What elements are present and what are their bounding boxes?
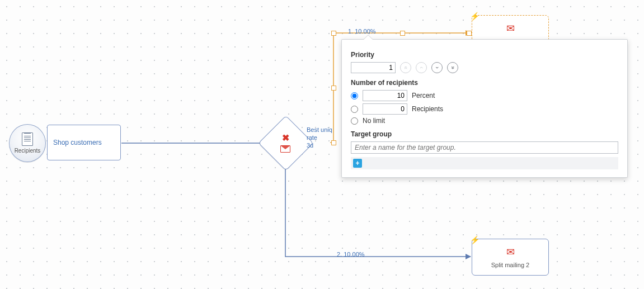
number-of-recipients-label: Number of recipients bbox=[351, 79, 618, 87]
workflow-canvas[interactable]: 1. 10.00% 2. 10.00% Recipients Shop cust… bbox=[0, 0, 644, 289]
target-group-label: Target group bbox=[351, 130, 618, 138]
percent-text: Percent bbox=[412, 92, 435, 100]
split-mailing-2-node[interactable]: ⚡ ✉ Split mailing 2 bbox=[472, 239, 549, 276]
nolimit-radio[interactable] bbox=[351, 117, 358, 125]
shuffle-icon: ✖ bbox=[282, 132, 289, 143]
envelope-icon: ✉ bbox=[506, 246, 515, 258]
lightning-icon: ⚡ bbox=[470, 12, 480, 21]
mailing-title: Split mailing 2 bbox=[491, 262, 529, 268]
edge-handle[interactable] bbox=[331, 86, 336, 91]
edge-bottom-label: 2. 10.00% bbox=[337, 251, 365, 258]
split-decision-node[interactable]: ✖ bbox=[266, 124, 304, 162]
recipients-radio[interactable] bbox=[351, 106, 358, 113]
recipients-label: Recipients bbox=[15, 148, 41, 154]
edge-handle[interactable] bbox=[467, 31, 472, 36]
priority-up-button: ‹ bbox=[416, 62, 427, 73]
nolimit-text: No limit bbox=[363, 117, 385, 125]
envelope-icon: ✉ bbox=[506, 22, 515, 35]
shop-customers-node[interactable]: Shop customers bbox=[47, 125, 121, 160]
add-target-group-button[interactable]: + bbox=[353, 159, 362, 168]
edge-handle[interactable] bbox=[400, 31, 405, 36]
priority-label: Priority bbox=[351, 51, 618, 59]
recipients-input[interactable] bbox=[363, 103, 407, 115]
document-icon bbox=[22, 132, 33, 146]
shop-customers-label: Shop customers bbox=[53, 139, 102, 146]
priority-to-top-button: « bbox=[400, 62, 411, 73]
recipients-node[interactable]: Recipients bbox=[9, 124, 46, 162]
percent-input[interactable] bbox=[363, 90, 407, 101]
target-group-input[interactable] bbox=[351, 141, 618, 154]
percent-radio[interactable] bbox=[351, 92, 358, 100]
target-group-tags: + bbox=[351, 157, 618, 169]
edge-handle[interactable] bbox=[331, 31, 336, 36]
priority-down-button[interactable]: › bbox=[431, 62, 443, 73]
priority-to-bottom-button[interactable]: » bbox=[447, 62, 458, 73]
lightning-icon: ⚡ bbox=[470, 235, 480, 244]
envelope-icon bbox=[280, 145, 290, 153]
edge-properties-popup: Priority « ‹ › » Number of recipients Pe… bbox=[341, 39, 628, 178]
popup-caret-icon bbox=[363, 35, 373, 40]
decision-label: Best uniq rate 3d bbox=[307, 126, 332, 149]
priority-input[interactable] bbox=[351, 62, 396, 73]
edge-top-label: 1. 10.00% bbox=[348, 28, 376, 35]
recipients-text: Recipients bbox=[412, 105, 443, 113]
